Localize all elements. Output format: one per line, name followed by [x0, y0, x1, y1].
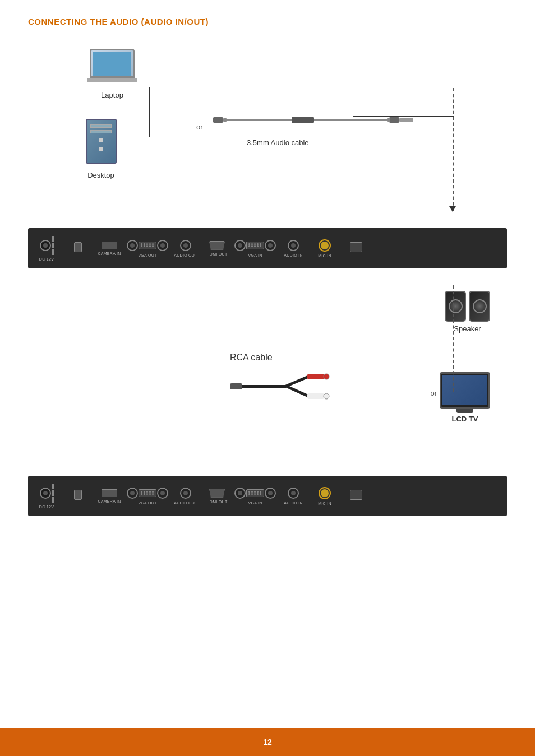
port-vga-out: VGA OUT: [127, 240, 168, 257]
b-vga-in-inner-r: [268, 491, 273, 495]
connector-line-vertical: [149, 87, 150, 137]
vga-in-dots: [248, 243, 262, 247]
b-dc-pin-1: [52, 484, 54, 489]
speaker-cone-right: [473, 299, 487, 313]
speaker-area: Speaker: [445, 291, 490, 333]
b-vga-in-circle-l: [234, 488, 246, 499]
lcd-area: LCD TV: [440, 372, 490, 423]
port-usb: [64, 242, 92, 254]
bvid1: [248, 491, 250, 493]
page-container: CONNECTING THE AUDIO (AUDIO IN/OUT) Lapt…: [0, 0, 535, 756]
b-camera-port-label: CAMERA IN: [98, 499, 121, 503]
top-panel-wrapper: DC 12V CAMERA IN: [28, 228, 507, 268]
b-mic-in-label: MIC IN: [318, 502, 331, 505]
b-audio-out-inner: [183, 491, 188, 495]
vd10: [152, 245, 154, 247]
desktop-button: [99, 138, 103, 142]
bvd3: [146, 491, 148, 493]
diagram-top: Laptop or Desktop: [28, 38, 507, 228]
b-port-audio-in: AUDIO IN: [279, 488, 307, 505]
vga-out-dots: [141, 243, 154, 247]
lcd-screen: [442, 375, 487, 405]
page-title: CONNECTING THE AUDIO (AUDIO IN/OUT): [28, 17, 507, 26]
rca-cable-area: RCA cable: [230, 353, 370, 415]
b-port-audio-out: AUDIO OUT: [172, 488, 200, 505]
bvd7: [144, 493, 145, 495]
vga-in-inner-l: [238, 243, 242, 248]
svg-rect-0: [213, 117, 223, 123]
b-vga-out-port: [139, 489, 156, 497]
bvd6: [141, 493, 142, 495]
vga-out-label: VGA OUT: [138, 253, 156, 257]
b-dc-pin-3: [52, 497, 54, 503]
svg-line-10: [286, 386, 308, 396]
camera-port-icon: [102, 242, 117, 249]
hdmi-out-label: HDMI OUT: [206, 252, 227, 256]
b-vga-in-dots: [248, 491, 262, 495]
vid7: [251, 245, 253, 247]
b-port-usb: [64, 490, 92, 502]
b-port-circle-inner-dc: [43, 491, 48, 495]
audio-out-inner: [183, 243, 188, 248]
vga-in-port: [246, 242, 264, 249]
b-dc-pin-2: [52, 490, 54, 496]
vd7: [144, 245, 145, 247]
b-audio-in-label: AUDIO IN: [284, 501, 303, 505]
speaker-label: Speaker: [445, 324, 490, 333]
vid2: [251, 243, 253, 245]
bottom-panel-wrapper: DC 12V CAMERA IN: [28, 476, 507, 516]
bvid8: [254, 493, 256, 495]
desktop-label: Desktop: [81, 171, 121, 179]
b-port-vga-out: VGA OUT: [127, 488, 168, 505]
b-port-ethernet: [342, 490, 370, 502]
vd5: [152, 243, 154, 245]
vid4: [257, 243, 259, 245]
svg-rect-3: [292, 117, 314, 123]
lcd-label: LCD TV: [440, 415, 490, 423]
b-ethernet-port-icon: [350, 490, 362, 500]
horizontal-connector: [353, 116, 454, 117]
b-hdmi-out-port: [209, 489, 225, 498]
b-audio-out-circle: [180, 488, 191, 499]
hdmi-out-port: [209, 241, 225, 250]
cable-label: 3.5mm Audio cable: [247, 138, 309, 147]
bvd2: [144, 491, 145, 493]
vga-out-circle-r: [157, 240, 168, 251]
b-vga-out-inner-r: [160, 491, 165, 495]
top-device-panel: DC 12V CAMERA IN: [28, 228, 507, 268]
svg-rect-11: [307, 374, 324, 379]
laptop-icon: [84, 49, 140, 88]
arrow-head-top: [449, 206, 456, 212]
svg-point-12: [324, 374, 329, 379]
b-port-vga-in: VGA IN: [234, 488, 276, 505]
port-hdmi-out: HDMI OUT: [203, 241, 231, 256]
bvid9: [257, 493, 259, 495]
vga-in-circle-l: [234, 240, 246, 251]
dc-pin-2: [52, 243, 54, 248]
dc-pins: [52, 236, 54, 255]
svg-rect-6: [399, 118, 413, 122]
bvid7: [251, 493, 253, 495]
page-number: 12: [263, 738, 272, 746]
vd8: [146, 245, 148, 247]
port-circle-dc: [40, 240, 51, 251]
audio-in-inner: [291, 243, 296, 248]
vd6: [141, 245, 142, 247]
speaker-body-right: [469, 291, 490, 322]
desktop-tower: [86, 119, 117, 164]
desktop-area: Desktop: [81, 119, 121, 179]
audio-in-circle: [288, 240, 299, 251]
mic-in-inner: [321, 242, 329, 249]
b-vga-out-label: VGA OUT: [138, 501, 156, 505]
vga-in-label: VGA IN: [248, 253, 262, 257]
audio-in-label: AUDIO IN: [284, 253, 303, 257]
b-port-circle-dc: [40, 488, 51, 499]
vid8: [254, 245, 256, 247]
b-mic-in-port: [319, 487, 331, 499]
vga-in-circle-r: [265, 240, 276, 251]
vga-out-group: [127, 240, 168, 251]
desktop-icon: [81, 119, 121, 169]
vid6: [248, 245, 250, 247]
vid10: [260, 245, 261, 247]
desktop-button-2: [99, 147, 103, 151]
